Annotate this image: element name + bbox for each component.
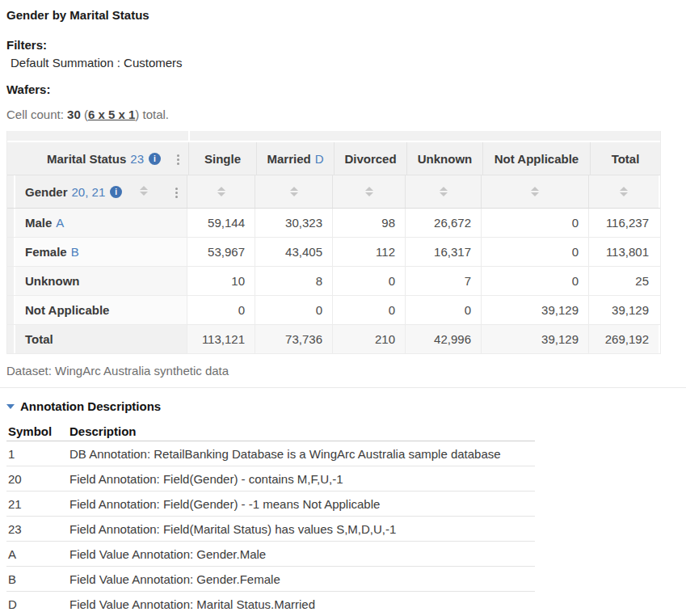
data-cell: 113,801 xyxy=(588,238,659,266)
row-label: Total xyxy=(25,332,53,346)
annotation-descriptions-toggle[interactable]: Annotation Descriptions xyxy=(6,399,686,413)
top-strip-left xyxy=(7,131,188,141)
description-column-header: Description xyxy=(69,424,535,438)
table-row: Male A 59,144 30,323 98 26,672 0 116,237 xyxy=(7,209,660,238)
kebab-menu-icon[interactable] xyxy=(174,186,179,200)
column-label: Single xyxy=(204,152,241,166)
data-cell: 98 xyxy=(332,209,405,237)
column-headers: Single Married D Divorced Unknown Not Ap… xyxy=(188,142,660,175)
data-cell: 112 xyxy=(332,238,405,266)
row-header-cell: Female B xyxy=(15,238,187,266)
cell-count-value: 30 xyxy=(67,108,81,121)
page-title: Gender by Marital Status xyxy=(6,8,686,22)
row-field-header[interactable]: Gender 20, 21 i xyxy=(15,175,187,208)
row-header-cell: Not Applicable xyxy=(15,296,187,324)
dataset-note: Dataset: WingArc Australia synthetic dat… xyxy=(6,364,686,378)
sort-icon[interactable] xyxy=(365,187,373,196)
annotation-row: 20 Field Annotation: Field(Gender) - con… xyxy=(6,466,535,492)
info-icon[interactable]: i xyxy=(149,153,161,165)
column-header-cell[interactable]: Married D xyxy=(256,142,334,175)
sort-icon[interactable] xyxy=(217,187,225,196)
row-spanner-cell xyxy=(7,209,15,237)
top-strip-right xyxy=(190,131,660,141)
row-label: Female xyxy=(25,245,67,259)
data-cell: 0 xyxy=(332,267,405,295)
annotation-rows: 1 DB Annotation: RetailBanking Database … xyxy=(6,441,535,616)
annotation-description: DB Annotation: RetailBanking Database is… xyxy=(69,447,535,461)
sort-icon[interactable] xyxy=(290,187,298,196)
column-header-cell[interactable]: Total xyxy=(590,142,660,175)
data-cell: 25 xyxy=(588,267,659,295)
column-sort-cell xyxy=(255,175,332,208)
column-sort-cell xyxy=(481,175,588,208)
sort-row-cells xyxy=(187,175,660,208)
pivot-table: Marital Status 23 i Single Married D Div… xyxy=(6,131,661,354)
cell-count-line: Cell count: 30 (6 x 5 x 1) total. xyxy=(6,108,686,121)
column-label: Divorced xyxy=(344,152,396,166)
data-cell: 30,323 xyxy=(255,209,332,237)
row-spanner-cell xyxy=(7,267,15,295)
cell-dimensions-link[interactable]: 6 x 5 x 1 xyxy=(88,108,135,121)
column-label: Total xyxy=(612,152,640,166)
data-cell: 42,996 xyxy=(405,325,481,353)
column-header-cell[interactable]: Not Applicable xyxy=(482,142,590,175)
data-cell: 39,129 xyxy=(481,296,588,324)
data-cell: 0 xyxy=(255,296,332,324)
data-cell: 39,129 xyxy=(481,325,588,353)
row-header-cell: Male A xyxy=(15,209,187,237)
data-cell: 113,121 xyxy=(187,325,255,353)
report-page: Gender by Marital Status Filters: Defaul… xyxy=(0,0,686,616)
annotation-row: B Field Value Annotation: Gender.Female xyxy=(6,567,535,592)
kebab-menu-icon[interactable] xyxy=(175,153,181,167)
row-field-annotation-ref[interactable]: 20, 21 xyxy=(72,185,106,199)
sort-icon[interactable] xyxy=(620,187,628,196)
column-annotation-ref[interactable]: D xyxy=(315,152,324,166)
table-row: Unknown 10 8 0 7 0 25 xyxy=(7,267,660,296)
annotation-description: Field Value Annotation: Gender.Male xyxy=(69,547,535,561)
row-header-cell: Unknown xyxy=(15,267,187,295)
data-cell: 53,967 xyxy=(187,238,255,266)
filters-value: Default Summation : Customers xyxy=(11,56,686,70)
column-field-row: Marital Status 23 i Single Married D Div… xyxy=(7,142,660,175)
data-cell: 16,317 xyxy=(405,238,481,266)
column-header-cell[interactable]: Divorced xyxy=(334,142,406,175)
annotation-row: D Field Value Annotation: Marital Status… xyxy=(6,592,535,616)
sort-icon[interactable] xyxy=(140,186,148,196)
row-annotation-ref[interactable]: A xyxy=(56,216,64,230)
annotation-row: 1 DB Annotation: RetailBanking Database … xyxy=(6,441,535,466)
row-label: Not Applicable xyxy=(25,303,109,317)
sort-icon[interactable] xyxy=(531,187,539,196)
column-label: Not Applicable xyxy=(495,152,579,166)
column-header-cell[interactable]: Single xyxy=(188,142,256,175)
table-row: Female B 53,967 43,405 112 16,317 0 113,… xyxy=(7,238,660,267)
info-icon[interactable]: i xyxy=(110,186,122,198)
row-spanner-cell xyxy=(7,296,15,324)
annotation-description: Field Value Annotation: Gender.Female xyxy=(69,572,535,586)
symbol-column-header: Symbol xyxy=(6,424,69,438)
data-cell: 8 xyxy=(255,267,332,295)
column-field-annotation-ref[interactable]: 23 xyxy=(130,152,144,166)
row-field-label: Gender xyxy=(25,185,68,199)
annotation-description: Field Annotation: Field(Gender) - -1 mea… xyxy=(69,497,535,511)
column-header-cell[interactable]: Unknown xyxy=(406,142,482,175)
row-label: Male xyxy=(25,216,52,230)
data-cell: 210 xyxy=(332,325,405,353)
table-top-strip xyxy=(7,131,660,141)
filters-heading: Filters: xyxy=(6,38,686,52)
data-cell: 0 xyxy=(481,209,588,237)
column-label: Unknown xyxy=(418,152,473,166)
cell-count-paren-close: ) total. xyxy=(135,108,169,121)
sort-icon[interactable] xyxy=(440,187,448,196)
row-field-row: Gender 20, 21 i xyxy=(7,175,660,209)
row-annotation-ref[interactable]: B xyxy=(71,245,79,259)
column-field-header[interactable]: Marital Status 23 i xyxy=(7,142,188,175)
data-cell: 0 xyxy=(481,238,588,266)
annotation-symbol: B xyxy=(6,572,69,586)
annotation-table-header: Symbol Description xyxy=(6,421,535,441)
row-spanner-cell xyxy=(7,325,15,353)
data-cell: 26,672 xyxy=(405,209,481,237)
data-cell: 59,144 xyxy=(187,209,255,237)
row-spanner-cell xyxy=(7,175,15,208)
table-row: Not Applicable 0 0 0 0 39,129 39,129 xyxy=(7,296,660,325)
annotation-symbol: 21 xyxy=(6,497,69,511)
